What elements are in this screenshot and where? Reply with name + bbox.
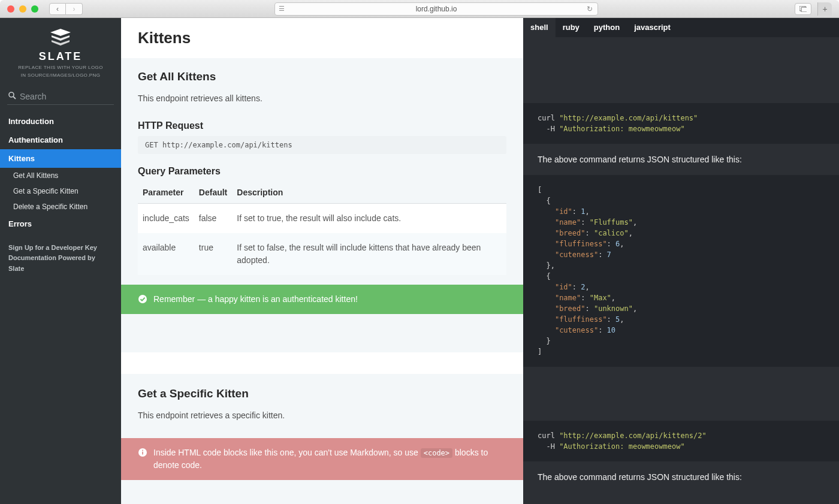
- param-name: include_cats: [138, 204, 194, 234]
- page-title: Kittens: [138, 29, 506, 47]
- nav-introduction[interactable]: Introduction: [0, 112, 121, 131]
- traffic-lights: [7, 5, 38, 13]
- info-circle-icon: [138, 448, 147, 457]
- param-default: true: [194, 233, 232, 275]
- logo: SLATE REPLACE THIS WITH YOUR LOGO IN SOU…: [0, 18, 121, 85]
- query-params-table: Parameter Default Description include_ca…: [138, 182, 506, 275]
- address-bar[interactable]: ☰ lord.github.io ↻: [274, 2, 598, 16]
- lang-tab-python[interactable]: python: [587, 18, 627, 37]
- param-desc: If set to false, the result will include…: [232, 233, 506, 275]
- signup-link[interactable]: Sign Up for a Developer Key: [8, 243, 113, 253]
- section2-desc: This endpoint retrieves a specific kitte…: [138, 409, 506, 422]
- lang-tab-javascript[interactable]: javascript: [627, 18, 678, 37]
- col-parameter: Parameter: [138, 182, 194, 204]
- col-default: Default: [194, 182, 232, 204]
- code-block-curl-1: curl "http://example.com/api/kittens" -H…: [523, 103, 839, 144]
- lang-tab-shell[interactable]: shell: [523, 18, 556, 37]
- notice-warning-text: Inside HTML code blocks like this one, y…: [153, 446, 506, 472]
- tabs-button[interactable]: [795, 3, 811, 15]
- http-request-code: GET http://example.com/api/kittens: [138, 136, 506, 154]
- section-get-all-kittens-heading: Get All Kittens: [138, 70, 506, 83]
- nav-get-all-kittens[interactable]: Get All Kittens: [0, 168, 121, 183]
- search-input[interactable]: [20, 92, 125, 101]
- reader-icon: ☰: [279, 5, 285, 13]
- notice-success-text: Remember — a happy kitten is an authenti…: [153, 293, 358, 306]
- svg-point-7: [142, 449, 143, 451]
- check-circle-icon: [138, 294, 147, 304]
- svg-point-4: [138, 295, 147, 303]
- nav-get-specific-kitten[interactable]: Get a Specific Kitten: [0, 183, 121, 199]
- content-column: Kittens Get All Kittens This endpoint re…: [121, 18, 523, 504]
- lang-tab-ruby[interactable]: ruby: [556, 18, 587, 37]
- table-row: available true If set to false, the resu…: [138, 233, 506, 275]
- param-default: false: [194, 204, 232, 234]
- query-parameters-heading: Query Parameters: [138, 166, 506, 177]
- forward-button[interactable]: ›: [66, 3, 83, 15]
- svg-rect-1: [801, 7, 807, 12]
- language-tabs: shell ruby python javascript: [523, 18, 839, 37]
- table-row: include_cats false If set to true, the r…: [138, 204, 506, 234]
- nav-kittens[interactable]: Kittens: [0, 149, 121, 168]
- refresh-icon[interactable]: ↻: [587, 5, 593, 13]
- svg-point-2: [9, 92, 14, 97]
- code-column: shell ruby python javascript curl "http:…: [523, 18, 839, 504]
- logo-subtitle-1: REPLACE THIS WITH YOUR LOGO: [6, 65, 115, 71]
- browser-chrome: ‹ › ☰ lord.github.io ↻ +: [0, 0, 839, 18]
- col-description: Description: [232, 182, 506, 204]
- sidebar: SLATE REPLACE THIS WITH YOUR LOGO IN SOU…: [0, 18, 121, 504]
- nav-delete-specific-kitten[interactable]: Delete a Specific Kitten: [0, 199, 121, 215]
- nav-list: Introduction Authentication Kittens Get …: [0, 112, 121, 233]
- sidebar-footer: Sign Up for a Developer Key Documentatio…: [0, 233, 121, 284]
- code-block-json-1: [ { "id": 1, "name": "Fluffums", "breed"…: [523, 175, 839, 367]
- maximize-window-button[interactable]: [31, 5, 38, 13]
- address-url: lord.github.io: [416, 5, 457, 13]
- slate-icon: [6, 29, 115, 47]
- section-get-specific-kitten-heading: Get a Specific Kitten: [138, 387, 506, 400]
- minimize-window-button[interactable]: [19, 5, 26, 13]
- powered-by-link[interactable]: Documentation Powered by Slate: [8, 253, 113, 274]
- code-note-1: The above command returns JSON structure…: [523, 144, 839, 175]
- back-button[interactable]: ‹: [49, 3, 66, 15]
- notice-warning: Inside HTML code blocks like this one, y…: [121, 438, 523, 480]
- http-request-heading: HTTP Request: [138, 120, 506, 131]
- param-name: available: [138, 233, 194, 275]
- logo-title: SLATE: [6, 50, 115, 63]
- param-desc: If set to true, the result will also inc…: [232, 204, 506, 234]
- notice-success: Remember — a happy kitten is an authenti…: [121, 285, 523, 314]
- svg-rect-6: [142, 451, 143, 454]
- nav-authentication[interactable]: Authentication: [0, 131, 121, 149]
- section1-desc: This endpoint retrieves all kittens.: [138, 92, 506, 105]
- nav-errors[interactable]: Errors: [0, 215, 121, 233]
- search-box[interactable]: [7, 89, 114, 105]
- code-block-curl-2: curl "http://example.com/api/kittens/2" …: [523, 421, 839, 461]
- logo-subtitle-2: IN SOURCE/IMAGES/LOGO.PNG: [6, 73, 115, 79]
- new-tab-button[interactable]: +: [817, 2, 832, 16]
- svg-line-3: [13, 96, 16, 99]
- code-note-2: The above command returns JSON structure…: [523, 461, 839, 493]
- search-icon: [8, 92, 16, 101]
- close-window-button[interactable]: [7, 5, 14, 13]
- nav-buttons: ‹ ›: [49, 3, 83, 15]
